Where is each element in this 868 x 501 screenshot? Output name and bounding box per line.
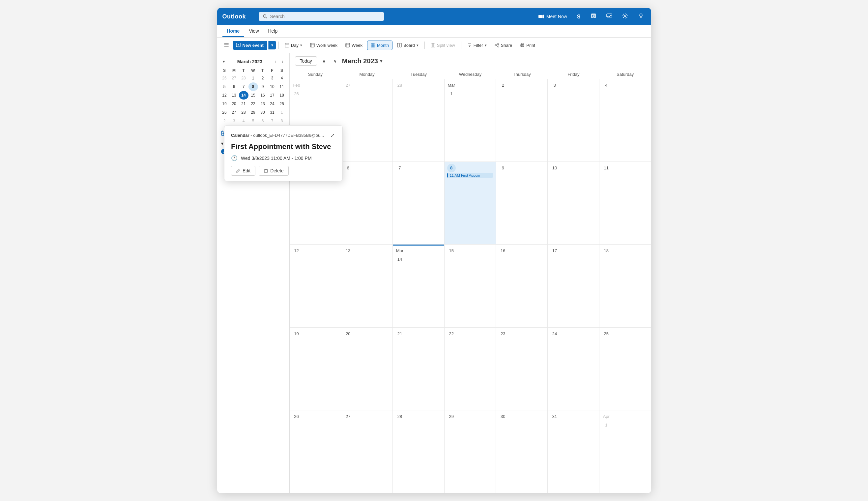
bulb-button[interactable]	[636, 11, 646, 22]
next-month-button[interactable]: ∨	[331, 57, 340, 65]
calendar-cell[interactable]: 3	[548, 79, 599, 161]
mini-cal-day[interactable]: 15	[248, 91, 258, 99]
calendar-cell[interactable]: 27	[341, 79, 393, 161]
mini-cal-day[interactable]: 22	[248, 99, 258, 108]
mini-cal-day[interactable]: 2	[220, 117, 229, 125]
delete-button[interactable]: Delete	[259, 166, 288, 176]
new-event-button[interactable]: New event	[233, 41, 267, 50]
mini-cal-day[interactable]: 14	[239, 91, 248, 99]
mini-cal-day[interactable]: 27	[229, 74, 239, 82]
calendar-cell[interactable]: 28	[393, 79, 444, 161]
calendar-cell[interactable]: 811 AM First Appoin	[444, 162, 496, 244]
mini-cal-day[interactable]: 2	[258, 74, 268, 82]
mini-cal-day[interactable]: 30	[258, 108, 268, 117]
calendar-cell[interactable]: 10	[548, 162, 599, 244]
mini-cal-day[interactable]: 28	[239, 108, 248, 117]
office-button[interactable]: O	[589, 11, 598, 22]
menu-item-help[interactable]: Help	[264, 26, 282, 37]
calendar-cell[interactable]: 23	[496, 328, 548, 410]
mini-cal-day[interactable]: 11	[277, 82, 287, 91]
calendar-cell[interactable]: 4	[599, 79, 651, 161]
mini-cal-day[interactable]: 26	[220, 74, 229, 82]
mini-cal-next-button[interactable]: ↓	[280, 58, 286, 65]
week-button[interactable]: Week	[342, 41, 366, 50]
menu-item-view[interactable]: View	[244, 26, 263, 37]
mini-cal-collapse-button[interactable]: ▾	[221, 58, 227, 65]
mini-cal-day[interactable]: 3	[268, 74, 277, 82]
calendar-cell[interactable]: 20	[341, 328, 393, 410]
share-button[interactable]: Share	[491, 41, 516, 50]
mini-cal-day[interactable]: 26	[220, 108, 229, 117]
day-view-button[interactable]: Day ▾	[281, 41, 306, 50]
mini-cal-day[interactable]: 1	[248, 74, 258, 82]
calendar-cell[interactable]: 11	[599, 162, 651, 244]
calendar-month-title[interactable]: March 2023 ▾	[342, 57, 382, 65]
calendar-cell[interactable]: 28	[393, 411, 444, 493]
board-button[interactable]: Board ▾	[394, 41, 422, 50]
calendar-cell[interactable]: Apr 1	[599, 411, 651, 493]
mini-cal-day[interactable]: 28	[239, 74, 248, 82]
mini-cal-day[interactable]: 8	[248, 82, 258, 91]
calendar-cell[interactable]: 25	[599, 328, 651, 410]
calendar-cell[interactable]: 9	[496, 162, 548, 244]
calendar-cell[interactable]: Mar 1	[444, 79, 496, 161]
calendar-cell[interactable]: 22	[444, 328, 496, 410]
hamburger-button[interactable]: ☰	[221, 40, 232, 51]
calendar-cell[interactable]: 18	[599, 245, 651, 327]
mini-cal-day[interactable]: 10	[268, 82, 277, 91]
calendar-cell[interactable]: Mar 14	[393, 245, 444, 327]
mini-cal-day[interactable]: 8	[277, 117, 287, 125]
mini-cal-day[interactable]: 7	[268, 117, 277, 125]
mini-cal-day[interactable]: 1	[277, 108, 287, 117]
mini-cal-day[interactable]: 4	[239, 117, 248, 125]
mini-cal-day[interactable]: 6	[258, 117, 268, 125]
calendar-cell[interactable]: 17	[548, 245, 599, 327]
split-view-button[interactable]: Split view	[427, 41, 458, 50]
calendar-cell[interactable]: 26	[290, 411, 341, 493]
today-button[interactable]: Today	[295, 56, 317, 66]
search-input[interactable]	[270, 14, 379, 19]
menu-item-home[interactable]: Home	[223, 26, 245, 37]
work-week-button[interactable]: Work week	[307, 41, 341, 50]
mini-cal-day[interactable]: 17	[268, 91, 277, 99]
mini-cal-prev-button[interactable]: ↑	[273, 58, 279, 65]
mini-cal-day[interactable]: 18	[277, 91, 287, 99]
calendar-cell[interactable]: 15	[444, 245, 496, 327]
feedback-button[interactable]	[604, 11, 614, 22]
mini-cal-day[interactable]: 25	[277, 99, 287, 108]
month-button[interactable]: Month	[367, 41, 393, 50]
mini-cal-day[interactable]: 13	[229, 91, 239, 99]
mini-cal-day[interactable]: 21	[239, 99, 248, 108]
calendar-cell[interactable]: 21	[393, 328, 444, 410]
prev-month-button[interactable]: ∧	[320, 57, 328, 65]
mini-cal-day[interactable]: 6	[229, 82, 239, 91]
mini-cal-day[interactable]: 7	[239, 82, 248, 91]
mini-cal-day[interactable]: 29	[248, 108, 258, 117]
mini-cal-title[interactable]: March 2023	[237, 59, 262, 64]
calendar-cell[interactable]: 19	[290, 328, 341, 410]
filter-button[interactable]: Filter ▾	[464, 41, 490, 50]
skype-button[interactable]: S	[575, 11, 582, 22]
edit-button[interactable]: Edit	[231, 166, 255, 176]
calendar-cell[interactable]: 16	[496, 245, 548, 327]
mini-cal-day[interactable]: 5	[220, 82, 229, 91]
popup-expand-button[interactable]: ⤢	[329, 131, 336, 139]
calendar-cell[interactable]: 2	[496, 79, 548, 161]
calendar-cell[interactable]: 27	[341, 411, 393, 493]
mini-cal-day[interactable]: 4	[277, 74, 287, 82]
mini-cal-day[interactable]: 20	[229, 99, 239, 108]
mini-cal-day[interactable]: 5	[248, 117, 258, 125]
mini-cal-day[interactable]: 3	[229, 117, 239, 125]
calendar-cell[interactable]: 29	[444, 411, 496, 493]
print-button[interactable]: Print	[517, 41, 538, 50]
calendar-cell[interactable]: 12	[290, 245, 341, 327]
mini-cal-day[interactable]: 12	[220, 91, 229, 99]
search-box[interactable]	[259, 12, 384, 21]
calendar-cell[interactable]: 31	[548, 411, 599, 493]
calendar-cell[interactable]: 13	[341, 245, 393, 327]
meet-now-button[interactable]: Meet Now	[536, 12, 569, 20]
mini-cal-day[interactable]: 23	[258, 99, 268, 108]
calendar-cell[interactable]: 24	[548, 328, 599, 410]
mini-cal-day[interactable]: 19	[220, 99, 229, 108]
calendar-cell[interactable]: 7	[393, 162, 444, 244]
